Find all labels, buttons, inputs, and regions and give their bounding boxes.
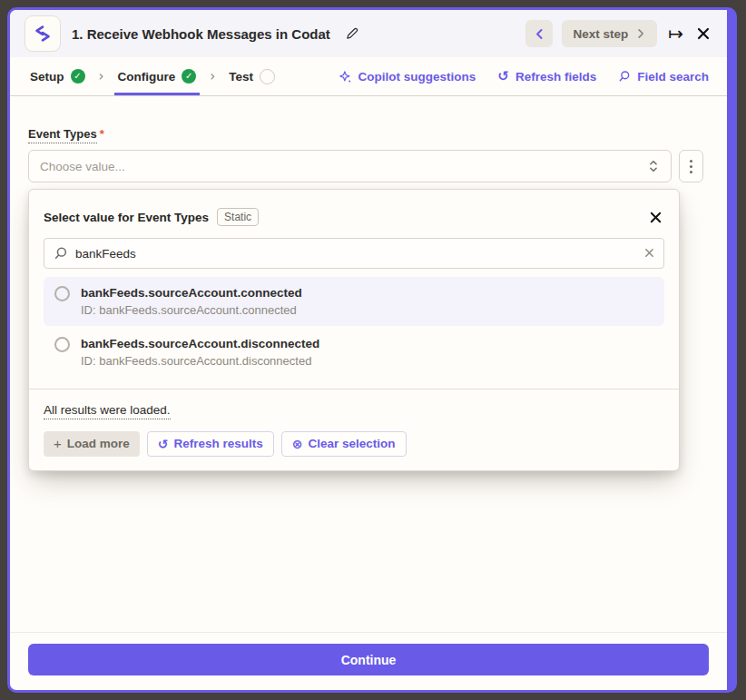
required-marker: *: [100, 127, 104, 141]
refresh-icon: ↺: [158, 438, 169, 450]
option-bankfeeds-disconnected[interactable]: bankFeeds.sourceAccount.disconnected ID:…: [44, 328, 664, 377]
picker-close-button[interactable]: [647, 209, 664, 226]
event-types-select[interactable]: Choose value...: [28, 150, 672, 182]
select-placeholder: Choose value...: [40, 160, 125, 173]
setup-complete-icon: ✓: [71, 69, 85, 84]
step-header: 1. Receive Webhook Messages in Codat Nex…: [10, 10, 727, 57]
clear-selection-label: Clear selection: [309, 437, 396, 450]
refresh-fields-label: Refresh fields: [515, 70, 596, 84]
radio-icon[interactable]: [54, 337, 70, 352]
copilot-suggestions-button[interactable]: Copilot suggestions: [339, 70, 476, 84]
configure-complete-icon: ✓: [182, 69, 196, 84]
search-icon: [54, 246, 68, 261]
bar-arrow-icon: ↦: [668, 25, 683, 43]
tab-configure[interactable]: Configure ✓: [116, 57, 199, 95]
value-picker-panel: Select value for Event Types Static: [28, 189, 680, 471]
static-badge: Static: [217, 208, 259, 226]
field-options-menu-button[interactable]: [679, 150, 703, 182]
tab-separator-icon: ›: [87, 57, 116, 95]
option-label: bankFeeds.sourceAccount.disconnected: [81, 335, 319, 353]
tab-setup-label: Setup: [30, 70, 64, 84]
tab-setup[interactable]: Setup ✓: [28, 57, 87, 95]
option-id: ID: bankFeeds.sourceAccount.connected: [81, 302, 302, 320]
clear-selection-button[interactable]: ⊗ Clear selection: [281, 431, 407, 457]
option-bankfeeds-connected[interactable]: bankFeeds.sourceAccount.connected ID: ba…: [44, 277, 664, 326]
step-editor-window: 1. Receive Webhook Messages in Codat Nex…: [7, 7, 737, 693]
refresh-results-label: Refresh results: [174, 437, 263, 450]
next-step-button[interactable]: Next step: [562, 20, 657, 47]
previous-step-button[interactable]: [525, 20, 553, 47]
step-title: 1. Receive Webhook Messages in Codat: [72, 26, 330, 42]
tab-separator-icon: ›: [198, 57, 227, 95]
continue-button[interactable]: Continue: [28, 644, 709, 675]
plus-icon: +: [54, 436, 62, 451]
open-side-panel-button[interactable]: ↦: [666, 23, 685, 44]
select-stepper-icon: [647, 159, 660, 173]
copilot-suggestions-label: Copilot suggestions: [358, 70, 476, 84]
clear-search-button[interactable]: [642, 245, 657, 261]
kebab-menu-icon: [690, 160, 692, 163]
test-incomplete-icon: [260, 69, 275, 84]
search-icon: [618, 70, 631, 83]
tab-test-label: Test: [229, 70, 253, 84]
codat-app-icon: [25, 15, 61, 52]
event-types-label[interactable]: Event Types: [28, 127, 97, 143]
picker-options-list: bankFeeds.sourceAccount.connected ID: ba…: [29, 269, 679, 378]
refresh-icon: ↺: [497, 70, 509, 84]
edit-title-icon[interactable]: [343, 25, 361, 43]
next-step-label: Next step: [573, 27, 628, 41]
configure-form: Event Types * Choose value...: [10, 96, 727, 632]
close-icon: [643, 247, 655, 259]
step-tabbar: Setup ✓ › Configure ✓ › Test Copilot sug…: [10, 57, 727, 96]
refresh-results-button[interactable]: ↺ Refresh results: [147, 431, 274, 457]
circle-x-icon: ⊗: [292, 438, 303, 450]
option-label: bankFeeds.sourceAccount.connected: [81, 284, 302, 302]
close-step-button[interactable]: [694, 25, 712, 43]
option-id: ID: bankFeeds.sourceAccount.disconnected: [81, 353, 319, 370]
tab-configure-label: Configure: [118, 70, 176, 84]
sparkle-icon: [339, 70, 352, 84]
picker-search-input[interactable]: [44, 238, 664, 269]
load-more-label: Load more: [67, 437, 130, 450]
field-search-button[interactable]: Field search: [618, 70, 709, 84]
radio-icon[interactable]: [54, 286, 70, 301]
tab-test[interactable]: Test: [227, 57, 277, 95]
results-status-text: All results were loaded.: [44, 403, 171, 419]
close-icon: [649, 211, 663, 224]
picker-title: Select value for Event Types: [44, 211, 209, 224]
chevron-right-icon: [635, 28, 646, 39]
load-more-button[interactable]: + Load more: [44, 431, 140, 457]
field-search-label: Field search: [637, 70, 709, 84]
refresh-fields-button[interactable]: ↺ Refresh fields: [497, 70, 596, 84]
step-footer: Continue: [10, 632, 727, 690]
close-icon: [696, 26, 711, 41]
